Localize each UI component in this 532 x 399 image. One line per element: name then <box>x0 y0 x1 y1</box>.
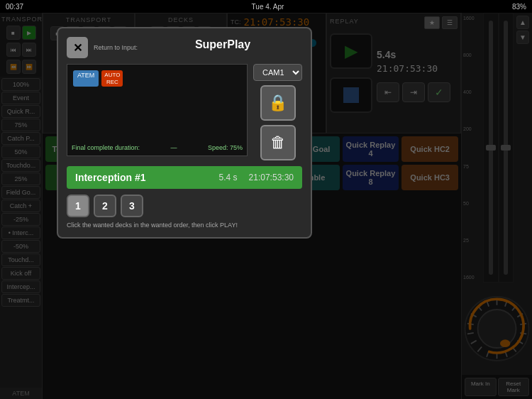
trash-btn[interactable]: 🗑 <box>260 125 296 160</box>
clip-meta: 5.4 s 21:07:53:30 <box>219 173 294 182</box>
modal-body: ATEM AUTOREC Final complete duration: — … <box>67 64 302 160</box>
deck-2-btn[interactable]: 2 <box>94 195 116 217</box>
atem-badge: ATEM <box>73 70 99 87</box>
return-label: Return to Input: <box>94 44 138 51</box>
status-date: Tue 4. Apr <box>252 3 284 11</box>
clip-duration: 5.4 s <box>219 173 238 182</box>
modal-overlay: ✕ Return to Input: SuperPlay ATEM AUTORE… <box>0 13 532 399</box>
status-bar: 00:37 Tue 4. Apr 83% <box>0 0 532 13</box>
modal-close-btn[interactable]: ✕ <box>67 37 88 58</box>
clip-name: Interception #1 <box>75 172 146 183</box>
deck-3-btn[interactable]: 3 <box>121 195 143 217</box>
deck-1-btn[interactable]: 1 <box>67 195 89 217</box>
modal-title: SuperPlay <box>143 38 302 51</box>
autorec-badge: AUTOREC <box>101 70 123 87</box>
speed-value: Speed: 75% <box>208 144 243 151</box>
modal-dialog: ✕ Return to Input: SuperPlay ATEM AUTORE… <box>57 27 312 239</box>
deck-instruction: Click the wanted decks in the wanted ord… <box>67 222 302 229</box>
duration-label: Final complete duration: <box>72 144 140 151</box>
lock-btn[interactable]: 🔒 <box>260 85 296 121</box>
modal-preview: ATEM AUTOREC Final complete duration: — … <box>67 64 248 156</box>
clip-entry: Interception #1 5.4 s 21:07:53:30 <box>67 166 302 189</box>
status-time: 00:37 <box>6 3 23 11</box>
modal-controls: CAM1 CAM2 CAM3 🔒 🗑 <box>253 64 302 160</box>
cam-select[interactable]: CAM1 CAM2 CAM3 <box>253 64 302 81</box>
deck-numbers: 1 2 3 <box>67 195 302 217</box>
status-wifi: 83% <box>512 3 526 11</box>
clip-tc: 21:07:53:30 <box>249 173 294 182</box>
duration-arrow: — <box>171 144 177 151</box>
preview-footer: Final complete duration: — Speed: 75% <box>72 144 243 151</box>
